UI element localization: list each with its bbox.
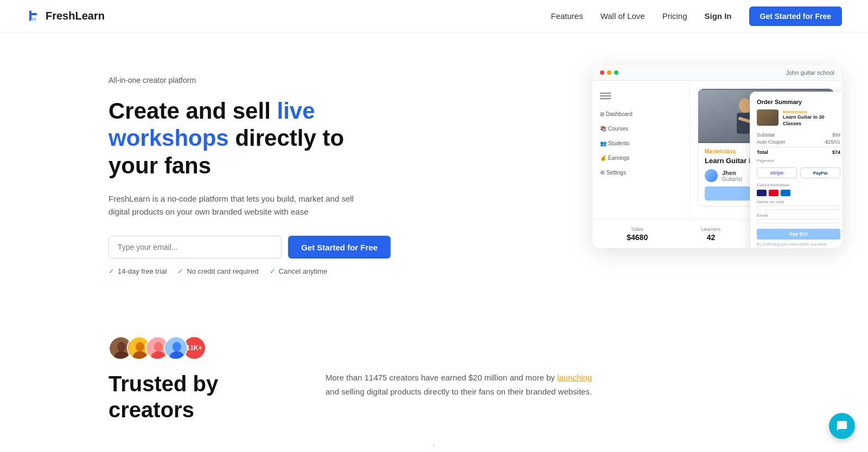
sidebar-settings[interactable]: ⚙ Settings [592, 165, 690, 180]
paypal-label: PayPal [813, 171, 827, 176]
os-email-field: Email [757, 213, 840, 223]
svg-point-19 [154, 342, 163, 352]
os-subtotal-row: Subtotal $99 [757, 132, 840, 138]
stat-learners-label: Learners [701, 227, 721, 232]
email-input[interactable] [108, 236, 282, 259]
os-coupon-value: -$25/01 [824, 139, 840, 145]
stat-sales-value: $4680 [627, 233, 648, 242]
trusted-desc-link: launching [557, 373, 592, 382]
trusted-section: Trusted by creators More than 11475 crea… [108, 371, 760, 423]
stat-sales: Sales $4680 [627, 227, 648, 242]
stat-sales-label: Sales [627, 227, 648, 232]
dashboard-sidebar: ⊞ Dashboard 📚 Courses 👥 Students 💰 Earni… [592, 81, 690, 219]
avatar-4 [164, 336, 188, 360]
window-dots [600, 70, 618, 75]
os-title: Order Summary [757, 99, 840, 105]
os-payment-label: Payment [757, 158, 840, 163]
sidebar-courses[interactable]: 📚 Courses [592, 121, 690, 136]
trusted-description: More than 11475 creators have earned $20… [326, 371, 597, 398]
hero-title: Create and sell live workshops directly … [108, 98, 391, 179]
os-total-row: Total $74 [757, 147, 840, 155]
avatar-group: 11K+ [108, 336, 760, 360]
dot-red [600, 70, 604, 75]
visa-icon [757, 190, 767, 196]
os-subtotal-label: Subtotal [757, 132, 775, 138]
os-subtotal-value: $99 [832, 132, 840, 138]
check-no-card: ✓ No credit card required [177, 267, 258, 275]
check-icon-trial: ✓ [108, 267, 114, 275]
check-cancel: ✓ Cancel anytime [270, 267, 328, 275]
nav-wall-of-love[interactable]: Wall of Love [601, 11, 645, 21]
stripe-label: stripe [770, 170, 784, 176]
stat-learners-value: 42 [701, 233, 721, 242]
nav-signin[interactable]: Sign In [705, 11, 732, 21]
sidebar-earnings[interactable]: 💰 Earnings [592, 151, 690, 165]
trusted-desc-pre: More than 11475 creators have earned $20… [326, 373, 557, 382]
site-name: John guitar school [786, 69, 834, 76]
hero-checks: ✓ 14-day free trial ✓ No credit card req… [108, 267, 391, 275]
avatar-4-img [165, 337, 188, 360]
hero-section: All-in-one creator platform Create and s… [0, 33, 868, 304]
trusted-right: More than 11475 creators have earned $20… [326, 371, 760, 398]
os-name-input[interactable] [757, 205, 840, 210]
sidebar-dashboard[interactable]: ⊞ Dashboard [592, 107, 690, 121]
paypal-button[interactable]: PayPal [800, 167, 840, 178]
dashboard-top-bar: John guitar school [592, 65, 842, 81]
trusted-desc-post: and selling digital products directly to… [326, 387, 592, 396]
navbar: FreshLearn Features Wall of Love Pricing… [0, 0, 868, 33]
os-payment-methods: stripe PayPal [757, 167, 840, 178]
trusted-title-line2: creators [108, 398, 194, 422]
check-icon-cancel: ✓ [270, 267, 276, 275]
logo-icon [26, 9, 41, 24]
trusted-left: Trusted by creators [108, 371, 282, 423]
trusted-title-line1: Trusted by [108, 372, 218, 396]
instructor-avatar [705, 169, 718, 182]
hero-description: FreshLearn is a no-code platform that le… [108, 192, 369, 218]
os-card-info-label: Card Information [757, 183, 840, 188]
nav-links: Features Wall of Love Pricing Sign In Ge… [551, 7, 842, 26]
os-name-label: Name on card [757, 199, 840, 204]
pay-button[interactable]: Pay $74 [757, 229, 840, 240]
nav-features[interactable]: Features [551, 11, 583, 21]
dot-green [614, 70, 618, 75]
os-product-image [757, 109, 778, 126]
os-product-title: Learn Guitar in 30 Classes [783, 114, 840, 127]
os-total-value: $74 [832, 150, 840, 155]
stat-learners: Learners 42 [701, 227, 721, 242]
svg-point-16 [136, 342, 144, 352]
dashboard-card: John guitar school ⊞ Dashboard 📚 Courses… [592, 65, 842, 248]
get-started-button[interactable]: Get Started for Free [288, 236, 391, 259]
svg-point-22 [173, 342, 181, 352]
sidebar-students[interactable]: 👥 Students [592, 136, 690, 151]
order-summary-panel: Order Summary Masterclass Learn Guitar i… [750, 92, 842, 248]
hero-title-plain: Create and sell [108, 98, 277, 124]
os-disclaimer: By confirming your subscription you allo… [757, 242, 840, 248]
logo-text: FreshLearn [46, 10, 105, 22]
os-name-field: Name on card [757, 199, 840, 210]
nav-get-started-button[interactable]: Get Started for Free [749, 7, 842, 26]
stripe-button[interactable]: stripe [757, 167, 797, 178]
check-icon-no-card: ✓ [177, 267, 183, 275]
os-coupon-label: Auto Coupon [757, 139, 786, 145]
os-product-label: Masterclass [783, 109, 840, 114]
dashboard-main: Masterclass Learn Guitar in 30 Classes J… [690, 81, 842, 219]
instructor-info: Jhen Guitarist [722, 170, 742, 182]
hero-left: All-in-one creator platform Create and s… [108, 65, 391, 275]
instructor-role: Guitarist [722, 176, 742, 182]
nav-pricing[interactable]: Pricing [662, 11, 687, 21]
check-trial-text: 14-day free trial [118, 267, 167, 275]
os-email-input[interactable] [757, 219, 840, 223]
logo[interactable]: FreshLearn [26, 9, 105, 24]
os-product-info: Masterclass Learn Guitar in 30 Classes [783, 109, 840, 127]
instructor-name: Jhen [722, 170, 742, 176]
trusted-title: Trusted by creators [108, 371, 282, 423]
check-no-card-text: No credit card required [187, 267, 258, 275]
dashboard-body: ⊞ Dashboard 📚 Courses 👥 Students 💰 Earni… [592, 81, 842, 219]
card-icons [757, 190, 840, 196]
svg-point-13 [117, 342, 126, 352]
dot-yellow [607, 70, 611, 75]
hero-form: Get Started for Free [108, 236, 391, 259]
hero-right-preview: John guitar school ⊞ Dashboard 📚 Courses… [423, 65, 842, 282]
os-coupon-row: Auto Coupon -$25/01 [757, 139, 840, 145]
os-total-label: Total [757, 150, 768, 155]
